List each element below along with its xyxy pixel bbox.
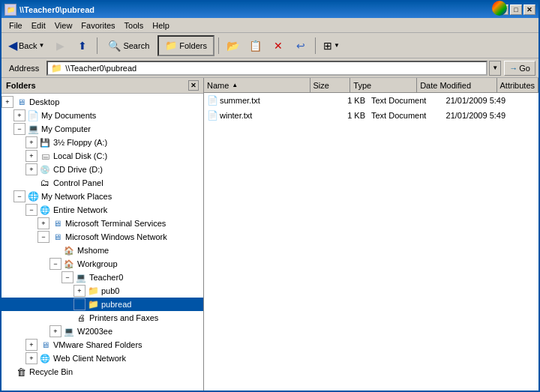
tree-item-my-computer[interactable]: − 💻 My Computer <box>2 122 203 136</box>
back-label: Back <box>19 41 37 50</box>
undo-button[interactable]: ↩ <box>290 35 311 56</box>
search-button[interactable]: 🔍 Search <box>101 35 156 56</box>
col-header-name[interactable]: Name ▲ <box>204 78 310 92</box>
expander-pubread[interactable] <box>74 298 86 310</box>
tree-item-mshome[interactable]: 🏠 Mshome <box>2 244 203 257</box>
tree-item-entire-network[interactable]: − 🌐 Entire Network <box>2 203 203 217</box>
address-dropdown[interactable]: ▼ <box>489 61 501 76</box>
sort-arrow-icon: ▲ <box>232 82 238 88</box>
teacher0-icon: 💻 <box>75 271 87 283</box>
tree-item-teacher0[interactable]: − 💻 Teacher0 <box>2 271 203 284</box>
local-disk-label: Local Disk (C:) <box>53 151 107 160</box>
expander-ms-terminal[interactable]: + <box>38 217 50 229</box>
expander-local-disk[interactable]: + <box>26 150 38 162</box>
tree-item-pub0[interactable]: + 📁 pub0 <box>2 284 203 298</box>
vmware-label: VMware Shared Folders <box>53 340 142 349</box>
desktop-icon: 🖥 <box>15 96 27 108</box>
address-bar: Address 📁 \\Teacher0\pubread ▼ → Go <box>2 58 538 78</box>
address-folder-icon: 📁 <box>51 63 62 73</box>
views-icon: ⊞ <box>323 40 332 52</box>
tree-item-workgroup[interactable]: − 🏠 Workgroup <box>2 257 203 271</box>
file-name-summer-text: summer.txt <box>220 96 260 105</box>
tree-item-recycle-bin[interactable]: 🗑 Recycle Bin <box>2 365 203 379</box>
expander-desktop[interactable]: + <box>2 96 14 108</box>
expander-vmware[interactable]: + <box>26 339 38 351</box>
address-input[interactable]: 📁 \\Teacher0\pubread <box>46 61 488 76</box>
delete-button[interactable]: ✕ <box>268 35 289 56</box>
tree-item-my-network[interactable]: − 🌐 My Network Places <box>2 190 203 203</box>
expander-w2003ee[interactable]: + <box>50 325 62 337</box>
tree-item-pubread[interactable]: 📁 pubread <box>2 298 203 311</box>
file-attr-summer <box>532 100 538 101</box>
expander-floppy[interactable]: + <box>26 136 38 148</box>
col-header-date[interactable]: Date Modified <box>417 78 496 92</box>
main-content: Folders ✕ + 🖥 Desktop + 📄 My Do <box>2 78 538 391</box>
file-row-summer[interactable]: 📄 summer.txt 1 KB Text Document 21/01/20… <box>204 93 538 108</box>
ms-windows-net-label: Microsoft Windows Network <box>65 232 167 241</box>
sidebar-close-button[interactable]: ✕ <box>188 80 199 91</box>
workgroup-icon: 🏠 <box>63 258 75 270</box>
menu-help[interactable]: Help <box>148 19 174 31</box>
tree-item-floppy[interactable]: + 💾 3½ Floppy (A:) <box>2 136 203 149</box>
menu-edit[interactable]: Edit <box>27 19 50 31</box>
control-panel-icon: 🗂 <box>39 177 51 189</box>
tree-item-control-panel[interactable]: 🗂 Control Panel <box>2 176 203 190</box>
undo-icon: ↩ <box>296 40 305 52</box>
entire-network-label: Entire Network <box>53 205 107 214</box>
expander-teacher0[interactable]: − <box>62 271 74 283</box>
move-to-button[interactable]: 📂 <box>223 35 244 56</box>
menu-tools[interactable]: Tools <box>120 19 148 31</box>
winxp-logo-icon <box>492 1 507 17</box>
col-header-type[interactable]: Type <box>350 78 417 92</box>
tree-item-printers[interactable]: 🖨 Printers and Faxes <box>2 311 203 325</box>
ms-terminal-label: Microsoft Terminal Services <box>65 219 166 228</box>
expander-pub0[interactable]: + <box>74 285 86 297</box>
back-button[interactable]: ◀ Back ▼ <box>4 35 48 56</box>
back-arrow-icon: ◀ <box>8 38 17 52</box>
tree-item-web-client[interactable]: + 🌐 Web Client Network <box>2 352 203 365</box>
title-bar: 📁 \\Teacher0\pubread _ □ ✕ <box>2 1 538 18</box>
file-row-winter[interactable]: 📄 winter.txt 1 KB Text Document 21/01/20… <box>204 108 538 123</box>
menu-view[interactable]: View <box>50 19 77 31</box>
tree-item-desktop[interactable]: + 🖥 Desktop <box>2 95 203 109</box>
up-button[interactable]: ⬆ <box>72 35 93 56</box>
views-button[interactable]: ⊞ ▼ <box>320 35 344 56</box>
sidebar-header: Folders ✕ <box>2 78 203 94</box>
tree-item-w2003ee[interactable]: + 💻 W2003ee <box>2 325 203 338</box>
menu-favorites[interactable]: Favorites <box>76 19 119 31</box>
expander-my-computer[interactable]: − <box>14 123 26 135</box>
tree-item-local-disk[interactable]: + 🖴 Local Disk (C:) <box>2 149 203 163</box>
expander-workgroup[interactable]: − <box>50 258 62 270</box>
col-header-size[interactable]: Size <box>310 78 351 92</box>
forward-button[interactable]: ▶ <box>50 35 70 56</box>
file-list-header: Name ▲ Size Type Date Modified Attribute… <box>204 78 538 93</box>
tree-item-my-documents[interactable]: + 📄 My Documents <box>2 109 203 122</box>
search-label: Search <box>123 41 149 50</box>
tree-item-vmware[interactable]: + 🖥 VMware Shared Folders <box>2 338 203 352</box>
teacher0-label: Teacher0 <box>89 273 123 282</box>
pub0-icon: 📁 <box>87 285 99 297</box>
menu-file[interactable]: File <box>4 19 27 31</box>
folders-button[interactable]: 📁 Folders <box>158 35 214 56</box>
expander-cd-drive[interactable]: + <box>26 163 38 175</box>
expander-ms-windows-net[interactable]: − <box>38 231 50 243</box>
vmware-icon: 🖥 <box>39 339 51 351</box>
copytofolder-icon: 📋 <box>249 40 262 52</box>
copy-to-button[interactable]: 📋 <box>245 35 266 56</box>
expander-web-client[interactable]: + <box>26 352 38 364</box>
col-header-attributes[interactable]: Attributes <box>497 78 538 92</box>
tree-item-ms-terminal[interactable]: + 🖥 Microsoft Terminal Services <box>2 217 203 230</box>
tree-item-cd-drive[interactable]: + 💿 CD Drive (D:) <box>2 163 203 176</box>
expander-my-documents[interactable]: + <box>14 109 26 121</box>
file-size-winter: 1 KB <box>323 110 368 121</box>
my-computer-label: My Computer <box>41 124 91 133</box>
close-button[interactable]: ✕ <box>524 4 536 15</box>
maximize-button[interactable]: □ <box>510 4 522 15</box>
file-name-winter-text: winter.txt <box>220 111 252 120</box>
file-date-winter: 21/01/2009 5:49 <box>443 110 532 121</box>
expander-my-network[interactable]: − <box>14 190 26 202</box>
expander-entire-network[interactable]: − <box>26 204 38 216</box>
go-button[interactable]: → Go <box>504 61 536 76</box>
address-label: Address <box>4 64 44 73</box>
tree-item-ms-windows-net[interactable]: − 🖥 Microsoft Windows Network <box>2 230 203 244</box>
